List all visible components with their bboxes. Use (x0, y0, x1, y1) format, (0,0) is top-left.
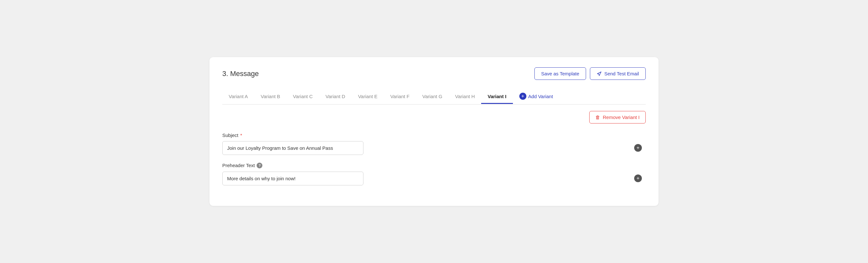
form-section: Subject * + Preheader Text ? + (222, 131, 646, 186)
save-template-label: Save as Template (541, 71, 579, 76)
tab-variant-c[interactable]: Variant C (286, 90, 319, 104)
subject-plus-icon: + (637, 145, 639, 151)
add-variant-icon: + (519, 93, 526, 100)
section-title: 3. Message (222, 70, 259, 78)
subject-input-wrapper: + (222, 141, 646, 155)
trash-icon: 🗑 (595, 114, 600, 120)
help-icon[interactable]: ? (257, 163, 262, 168)
add-variant-label: Add Variant (528, 94, 553, 99)
actions-row: 🗑 Remove Variant I (222, 104, 646, 131)
preheader-field-group: Preheader Text ? + (222, 163, 646, 186)
message-section: 3. Message Save as Template Send Test Em… (210, 57, 658, 206)
add-variant-tab[interactable]: + Add Variant (513, 89, 559, 104)
preheader-add-button[interactable]: + (634, 174, 642, 182)
subject-add-button[interactable]: + (634, 144, 642, 152)
save-as-template-button[interactable]: Save as Template (534, 67, 586, 80)
remove-variant-button[interactable]: 🗑 Remove Variant I (589, 111, 646, 124)
send-icon (597, 71, 602, 76)
tab-variant-f[interactable]: Variant F (384, 90, 416, 104)
header-row: 3. Message Save as Template Send Test Em… (222, 67, 646, 80)
tab-variant-a[interactable]: Variant A (222, 90, 254, 104)
preheader-plus-icon: + (637, 176, 639, 181)
subject-label: Subject * (222, 132, 646, 138)
preheader-label: Preheader Text ? (222, 163, 646, 168)
tabs-row: Variant A Variant B Variant C Variant D … (222, 89, 646, 104)
tab-variant-d[interactable]: Variant D (319, 90, 351, 104)
send-test-email-label: Send Test Email (604, 71, 639, 76)
tab-variant-h[interactable]: Variant H (449, 90, 481, 104)
subject-field-group: Subject * + (222, 132, 646, 155)
header-actions: Save as Template Send Test Email (534, 67, 646, 80)
tab-variant-g[interactable]: Variant G (416, 90, 449, 104)
required-indicator: * (240, 132, 242, 138)
tab-variant-b[interactable]: Variant B (254, 90, 287, 104)
preheader-input[interactable] (222, 172, 364, 186)
remove-variant-label: Remove Variant I (603, 114, 640, 120)
send-test-email-button[interactable]: Send Test Email (590, 67, 646, 80)
subject-input[interactable] (222, 141, 364, 155)
tab-variant-e[interactable]: Variant E (351, 90, 384, 104)
preheader-input-wrapper: + (222, 172, 646, 186)
tab-variant-i[interactable]: Variant I (481, 90, 513, 104)
